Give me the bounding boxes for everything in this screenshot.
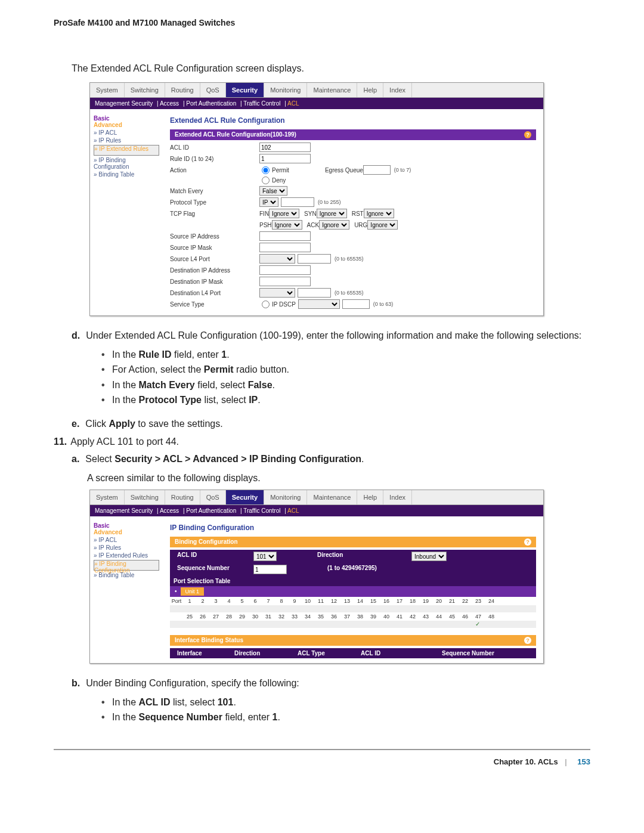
tab-maintenance[interactable]: Maintenance	[307, 83, 357, 97]
input-egress[interactable]	[363, 165, 391, 175]
input-pt[interactable]	[281, 197, 314, 207]
step-11a: a.Select Security > ACL > Advanced > IP …	[72, 452, 590, 467]
tab2-monitoring[interactable]: Monitoring	[264, 490, 307, 504]
sel-rst[interactable]: Ignore	[364, 209, 394, 218]
sect-bindcfg: Binding Configuration?	[170, 537, 536, 547]
tab2-maintenance[interactable]: Maintenance	[307, 490, 357, 504]
input-dip[interactable]	[259, 265, 311, 275]
tab-help[interactable]: Help	[357, 83, 383, 97]
screenshot-ext-acl: System Switching Routing QoS Security Mo…	[89, 82, 544, 316]
sel-pt[interactable]: IP	[259, 197, 278, 207]
input-slp[interactable]	[298, 254, 331, 264]
input-sip[interactable]	[259, 231, 311, 241]
sel-syn[interactable]: Ignore	[317, 209, 347, 218]
lbl-egress: Egress Queue	[325, 167, 363, 174]
radio-deny[interactable]	[262, 176, 270, 184]
radio-permit[interactable]	[262, 166, 270, 174]
tab2-help[interactable]: Help	[357, 490, 383, 504]
lbl-dim: Destination IP Mask	[170, 278, 259, 285]
side-iprules[interactable]: » IP Rules	[94, 137, 159, 144]
side-basic[interactable]: Basic	[94, 115, 159, 122]
sel-dlp[interactable]	[259, 288, 295, 298]
instr-e: e.Click Apply to save the settings.	[72, 416, 590, 432]
check-icon: ✓	[475, 621, 480, 627]
txt-permit: Permit	[272, 167, 289, 174]
tab2-routing[interactable]: Routing	[165, 490, 200, 504]
lbl-action: Action	[170, 167, 259, 174]
note-egress: (0 to 7)	[394, 167, 411, 173]
help-icon2[interactable]: ?	[524, 538, 531, 546]
tab-qos[interactable]: QoS	[200, 83, 226, 97]
radio-st[interactable]	[262, 301, 270, 308]
unit-1[interactable]: Unit 1	[181, 587, 205, 596]
note-dlp: (0 to 65535)	[335, 290, 364, 296]
input-dlp[interactable]	[298, 288, 331, 298]
side-advanced[interactable]: Advanced	[94, 122, 159, 128]
input-st[interactable]	[342, 299, 370, 309]
step-11: 11.Apply ACL 101 to port 44.	[54, 436, 590, 447]
sel-psh[interactable]: Ignore	[272, 220, 302, 230]
side-ipbind[interactable]: » IP Binding Configuration	[94, 157, 159, 170]
sel-dir[interactable]: Inbound	[411, 552, 447, 561]
sel-me[interactable]: False	[259, 186, 287, 196]
tab2-switching[interactable]: Switching	[125, 490, 165, 504]
section-header: Extended ACL Rule Configuration(100-199)…	[170, 129, 536, 140]
tab-system[interactable]: System	[90, 83, 125, 97]
lbl-pt: Protocol Type	[170, 199, 259, 206]
port-checkrow2[interactable]: ✓	[170, 621, 536, 628]
input-sim[interactable]	[259, 243, 311, 252]
step-11a2: A screen similar to the following displa…	[87, 471, 590, 486]
lbl-sim: Source IP Mask	[170, 244, 259, 251]
subnav-portauth[interactable]: Port Authentication	[186, 100, 236, 107]
tab2-system[interactable]: System	[90, 490, 125, 504]
sel-urg[interactable]: Ignore	[367, 220, 398, 230]
tab2-qos[interactable]: QoS	[200, 490, 226, 504]
subnav-acl[interactable]: ACL	[287, 100, 299, 107]
sel-aclid[interactable]: 101	[253, 552, 277, 561]
tab-switching[interactable]: Switching	[125, 83, 165, 97]
side-bindtbl[interactable]: » Binding Table	[94, 171, 159, 178]
subnav-mgmt[interactable]: Management Security	[95, 100, 153, 107]
tab-monitoring[interactable]: Monitoring	[264, 83, 307, 97]
sel-fin[interactable]: Ignore	[269, 209, 299, 218]
sel-ack[interactable]: Ignore	[319, 220, 349, 230]
input-seq[interactable]	[253, 565, 287, 574]
col-aclid: ACL ID	[172, 552, 253, 561]
content-title2: IP Binding Configuration	[170, 524, 536, 532]
port-checkrow1[interactable]	[170, 605, 536, 612]
side-ipacl[interactable]: » IP ACL	[94, 129, 159, 136]
ports-row1: Port123456789101112131415161718192021222…	[170, 598, 536, 604]
port-sel-hdr: Port Selection Table	[170, 576, 536, 586]
tab2-index[interactable]: Index	[383, 490, 412, 504]
lbl-sip: Source IP Address	[170, 233, 259, 240]
help-icon[interactable]: ?	[524, 131, 531, 138]
side2-ipbind[interactable]: » IP Binding Configuration	[94, 560, 159, 571]
top-tabs: System Switching Routing QoS Security Mo…	[90, 83, 543, 98]
tab2-security[interactable]: Security	[226, 490, 264, 504]
flag-urg: URG	[354, 222, 367, 228]
sect-ibs: Interface Binding Status?	[170, 635, 536, 646]
sel-slp[interactable]	[259, 254, 295, 264]
tab-security[interactable]: Security	[226, 83, 264, 97]
content-title: Extended ACL Rule Configuration	[170, 116, 536, 125]
subnav-access[interactable]: Access	[160, 100, 179, 107]
input-dim[interactable]	[259, 277, 311, 286]
input-rule[interactable]	[259, 154, 311, 163]
side-ipext[interactable]: » IP Extended Rules	[94, 145, 159, 156]
sel-st[interactable]	[298, 299, 340, 309]
ports-row2: 2526272829303132333435363738394041424344…	[170, 614, 536, 620]
tab-routing[interactable]: Routing	[165, 83, 200, 97]
note-seq: (1 to 4294967295)	[323, 565, 382, 574]
help-icon3[interactable]: ?	[524, 637, 531, 644]
sidebar2: Basic Advanced » IP ACL » IP Rules » IP …	[90, 516, 163, 663]
instr-d: d.Under Extended ACL Rule Configuration …	[72, 328, 590, 408]
intro-text: The Extended ACL Rule Configuration scre…	[72, 63, 590, 74]
subnav-traffic[interactable]: Traffic Control	[243, 100, 280, 107]
lbl-st: Service Type	[170, 301, 259, 308]
tab-index[interactable]: Index	[383, 83, 412, 97]
flag-fin: FIN	[259, 210, 269, 217]
footer-page: 153	[577, 757, 590, 766]
flag-psh: PSH	[259, 222, 272, 228]
input-aclid[interactable]	[259, 143, 311, 152]
lbl-aclid: ACL ID	[170, 144, 259, 151]
